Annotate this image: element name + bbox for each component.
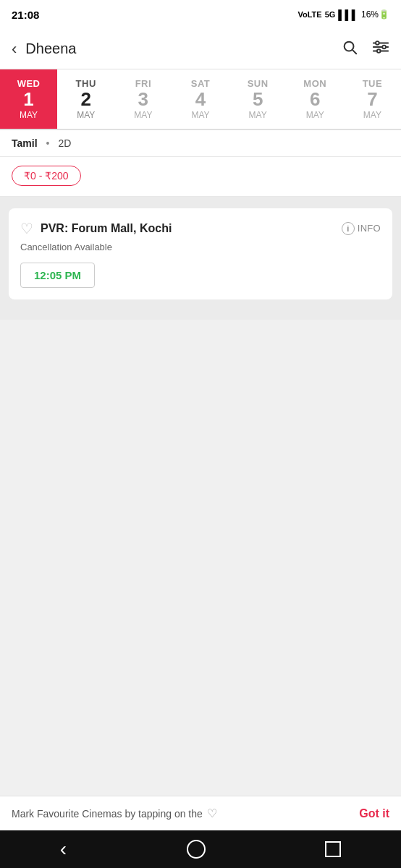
price-filter-row: ₹0 - ₹200: [0, 157, 401, 197]
banner-text-label: Mark Favourite Cinemas by tapping on the: [12, 808, 203, 820]
cinema-card: ♡ PVR: Forum Mall, Kochi i INFO Cancella…: [9, 208, 392, 299]
filter-icon[interactable]: [372, 39, 389, 59]
day-number: 5: [253, 89, 263, 110]
showtime-button-0[interactable]: 12:05 PM: [20, 263, 95, 288]
nav-back-icon[interactable]: ‹: [60, 838, 67, 861]
filter-separator: •: [46, 137, 50, 149]
svg-line-1: [353, 50, 356, 54]
day-name: SAT: [191, 78, 211, 89]
info-label: INFO: [358, 223, 381, 234]
calendar-day-fri[interactable]: FRI 3 MAY: [114, 69, 172, 129]
cinema-name: PVR: Forum Mall, Kochi: [41, 222, 172, 235]
status-time: 21:08: [12, 9, 39, 21]
day-number: 7: [367, 89, 377, 110]
calendar-day-tue[interactable]: TUE 7 MAY: [344, 69, 401, 129]
content-area: ♡ PVR: Forum Mall, Kochi i INFO Cancella…: [0, 197, 401, 320]
banner-message: Mark Favourite Cinemas by tapping on the…: [12, 807, 217, 820]
page-title: Dheena: [25, 41, 342, 57]
day-number: 3: [138, 89, 148, 110]
day-number: 6: [310, 89, 320, 110]
showtimes-row: 12:05 PM: [20, 263, 381, 288]
day-name: SUN: [248, 78, 269, 89]
network-icon: VoLTE: [297, 10, 321, 19]
day-number: 2: [80, 89, 90, 110]
status-bar: 21:08 VoLTE 5G ▌▌▌ 16%🔋: [0, 0, 401, 29]
cinema-name-row: ♡ PVR: Forum Mall, Kochi: [20, 220, 172, 237]
day-month: MAY: [77, 110, 95, 120]
signal-5g-icon: 5G: [325, 10, 336, 19]
day-number: 1: [23, 89, 33, 110]
nav-home-icon[interactable]: [187, 840, 206, 859]
search-icon[interactable]: [342, 39, 358, 59]
cancellation-label: Cancellation Available: [20, 242, 381, 252]
svg-point-5: [376, 41, 379, 45]
calendar-day-mon[interactable]: MON 6 MAY: [287, 69, 344, 129]
day-month: MAY: [20, 110, 38, 120]
day-name: MON: [303, 78, 326, 89]
filter-row: Tamil • 2D: [0, 130, 401, 157]
day-month: MAY: [249, 110, 267, 120]
day-name: TUE: [363, 78, 383, 89]
status-right: VoLTE 5G ▌▌▌ 16%🔋: [297, 9, 389, 20]
navigation-bar: ‹: [0, 830, 401, 868]
favourite-icon[interactable]: ♡: [20, 220, 33, 237]
calendar-strip: WED 1 MAY THU 2 MAY FRI 3 MAY SAT 4 MAY …: [0, 69, 401, 130]
format-filter: 2D: [58, 137, 71, 149]
header-icons: [342, 39, 389, 59]
info-button[interactable]: i INFO: [342, 222, 381, 235]
signal-bars-icon: ▌▌▌: [338, 9, 358, 20]
header: ‹ Dheena: [0, 29, 401, 69]
day-name: WED: [17, 78, 41, 89]
calendar-day-thu[interactable]: THU 2 MAY: [57, 69, 114, 129]
day-month: MAY: [134, 110, 152, 120]
banner-heart-icon: ♡: [207, 807, 217, 820]
nav-recent-icon[interactable]: [325, 841, 341, 857]
day-number: 4: [195, 89, 206, 110]
back-button[interactable]: ‹: [12, 40, 17, 59]
calendar-day-wed[interactable]: WED 1 MAY: [0, 69, 57, 129]
price-badge[interactable]: ₹0 - ₹200: [12, 166, 81, 186]
got-it-button[interactable]: Got it: [359, 807, 389, 820]
language-filter: Tamil: [12, 137, 38, 149]
calendar-day-sat[interactable]: SAT 4 MAY: [172, 69, 229, 129]
day-name: THU: [76, 78, 96, 89]
calendar-day-sun[interactable]: SUN 5 MAY: [229, 69, 287, 129]
price-range-label: ₹0 - ₹200: [24, 170, 69, 182]
day-month: MAY: [363, 110, 381, 120]
svg-point-7: [377, 49, 381, 53]
day-month: MAY: [306, 110, 324, 120]
day-name: FRI: [135, 78, 151, 89]
svg-point-6: [382, 45, 386, 48]
info-circle-icon: i: [342, 222, 355, 235]
cinema-card-header: ♡ PVR: Forum Mall, Kochi i INFO: [20, 220, 381, 237]
day-month: MAY: [191, 110, 209, 120]
bottom-banner: Mark Favourite Cinemas by tapping on the…: [0, 796, 401, 830]
battery-icon: 16%🔋: [361, 9, 389, 20]
